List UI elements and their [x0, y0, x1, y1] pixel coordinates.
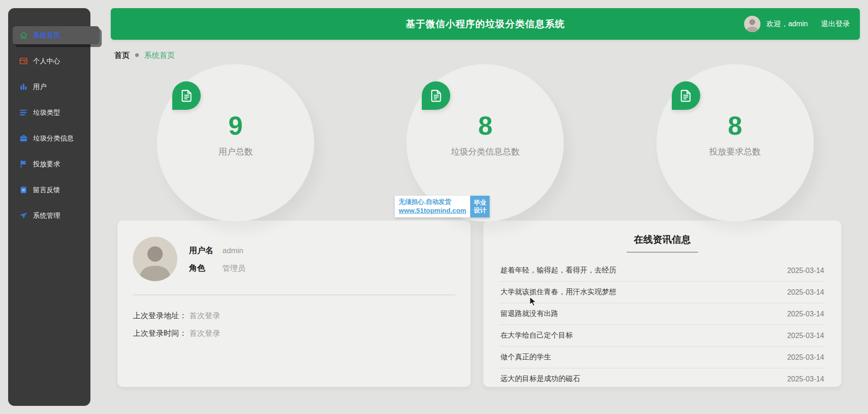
sidebar-item-label: 系统管理 — [33, 212, 60, 220]
paper-plane-icon — [19, 211, 28, 220]
breadcrumb-home[interactable]: 首页 — [114, 50, 130, 61]
sidebar: 系统首页 个人中心 用户 垃圾类型 — [8, 8, 90, 406]
sidebar-item-label: 留言反馈 — [33, 186, 60, 194]
news-item-date: 2025-03-14 — [787, 375, 824, 383]
login-info: 上次登录地址： 首次登录 上次登录时间： 首次登录 — [133, 310, 455, 339]
profile-card: 用户名 admin 角色 管理员 上次登录地址： 首次登录 上次登录时间： — [118, 221, 471, 387]
last-login-time-value: 首次登录 — [189, 328, 220, 339]
last-login-address-row: 上次登录地址： 首次登录 — [133, 310, 455, 321]
watermark-badge-line2: 设计 — [474, 207, 486, 214]
sidebar-item-home[interactable]: 系统首页 — [13, 26, 99, 44]
news-item-text[interactable]: 留退路就没有出路 — [500, 309, 558, 319]
watermark-line1: 无须担心.自动发货 — [399, 198, 466, 206]
news-item-text[interactable]: 在大学给自己定个目标 — [500, 331, 573, 340]
list-icon — [19, 108, 28, 117]
watermark-link[interactable]: www.51topmind.com — [399, 206, 466, 215]
news-list-item[interactable]: 远大的目标是成功的磁石 2025-03-14 — [500, 368, 825, 390]
sidebar-item-label: 垃圾分类信息 — [33, 134, 74, 143]
flag-icon — [19, 160, 28, 169]
profile-identity: 用户名 admin 角色 管理员 — [189, 245, 245, 273]
sidebar-item-label: 个人中心 — [33, 57, 60, 66]
last-login-address-value: 首次登录 — [189, 310, 220, 321]
stat-users: 9 用户总数 — [111, 64, 360, 222]
last-login-address-label: 上次登录地址： — [133, 310, 187, 321]
news-title-wrap: 在线资讯信息 — [500, 233, 825, 253]
username-label: 用户名 — [189, 245, 222, 256]
stat-label: 用户总数 — [218, 146, 253, 158]
sidebar-item-label: 系统首页 — [33, 31, 60, 40]
sidebar-item-users[interactable]: 用户 — [8, 78, 90, 96]
news-list-item[interactable]: 留退路就没有出路 2025-03-14 — [500, 303, 825, 325]
stat-label: 垃圾分类信息总数 — [451, 146, 519, 158]
sidebar-item-profile[interactable]: 个人中心 — [8, 52, 90, 70]
last-login-time-label: 上次登录时间： — [133, 328, 187, 339]
sidebar-item-system-mgmt[interactable]: 系统管理 — [8, 207, 90, 225]
news-item-date: 2025-03-14 — [787, 332, 824, 340]
watermark-banner: 无须担心.自动发货 www.51topmind.com 毕业 设计 — [395, 196, 490, 217]
news-item-date: 2025-03-14 — [787, 267, 824, 275]
news-card-title: 在线资讯信息 — [627, 233, 698, 253]
news-card: 在线资讯信息 趁着年轻，输得起，看得开，去经历 2025-03-14 大学就该抓… — [483, 221, 841, 387]
stat-value: 8 — [709, 112, 761, 140]
role-value: 管理员 — [222, 263, 245, 273]
watermark-badge: 毕业 设计 — [470, 196, 490, 217]
role-label: 角色 — [189, 263, 214, 273]
stat-value: 9 — [218, 112, 253, 140]
news-list: 趁着年轻，输得起，看得开，去经历 2025-03-14 大学就该抓住青春，用汗水… — [500, 260, 825, 390]
username-value: admin — [222, 246, 243, 255]
page: { "app": { "title": "基于微信小程序的垃圾分类信息系统", … — [0, 0, 868, 414]
cards-row: 用户名 admin 角色 管理员 上次登录地址： 首次登录 上次登录时间： — [111, 221, 860, 387]
breadcrumb-separator-dot — [135, 53, 139, 57]
bar-chart-icon — [19, 82, 28, 91]
sidebar-item-disposal-rules[interactable]: 投放要求 — [8, 155, 90, 173]
news-list-item[interactable]: 在大学给自己定个目标 2025-03-14 — [500, 325, 825, 347]
sidebar-item-garbage-types[interactable]: 垃圾类型 — [8, 104, 90, 122]
news-item-text[interactable]: 趁着年轻，输得起，看得开，去经历 — [500, 266, 616, 275]
header-bar: 基于微信小程序的垃圾分类信息系统 欢迎，admin 退出登录 — [111, 8, 860, 40]
profile-divider — [133, 295, 455, 295]
home-icon — [19, 31, 28, 40]
news-item-text[interactable]: 大学就该抓住青春，用汗水实现梦想 — [500, 287, 616, 297]
briefcase-icon — [19, 134, 28, 143]
news-list-item[interactable]: 做个真正的学生 2025-03-14 — [500, 347, 825, 368]
document-badge — [422, 81, 450, 110]
header-avatar[interactable] — [744, 16, 760, 32]
stat-circle-disposal-rules: 8 投放要求总数 — [656, 64, 814, 221]
stat-content: 9 用户总数 — [218, 112, 253, 158]
logout-button[interactable]: 退出登录 — [821, 19, 850, 29]
breadcrumb: 首页 系统首页 — [111, 50, 860, 61]
sidebar-item-garbage-info[interactable]: 垃圾分类信息 — [8, 129, 90, 147]
sidebar-item-feedback[interactable]: 留言反馈 — [8, 181, 90, 199]
news-list-item[interactable]: 大学就该抓住青春，用汗水实现梦想 2025-03-14 — [500, 282, 825, 303]
profile-top: 用户名 admin 角色 管理员 — [133, 237, 455, 281]
news-item-date: 2025-03-14 — [787, 288, 824, 296]
news-item-text[interactable]: 远大的目标是成功的磁石 — [500, 374, 580, 384]
document-badge — [172, 81, 201, 110]
news-item-text[interactable]: 做个真正的学生 — [500, 353, 551, 362]
last-login-time-row: 上次登录时间： 首次登录 — [133, 328, 455, 339]
sidebar-item-label: 投放要求 — [33, 160, 60, 169]
news-list-item[interactable]: 趁着年轻，输得起，看得开，去经历 2025-03-14 — [500, 260, 825, 282]
stat-content: 8 投放要求总数 — [709, 112, 761, 158]
news-item-date: 2025-03-14 — [787, 310, 824, 318]
stat-label: 投放要求总数 — [709, 146, 761, 158]
document-badge — [672, 81, 700, 110]
welcome-text: 欢迎，admin — [766, 19, 808, 29]
username-row: 用户名 admin — [189, 245, 245, 256]
sidebar-item-label: 垃圾类型 — [33, 108, 60, 117]
role-row: 角色 管理员 — [189, 263, 245, 273]
news-item-date: 2025-03-14 — [787, 353, 824, 362]
profile-avatar — [133, 237, 177, 281]
clipboard-icon — [19, 185, 28, 194]
stat-circle-users: 9 用户总数 — [157, 64, 314, 221]
postcard-icon — [19, 56, 28, 66]
header-user-area: 欢迎，admin 退出登录 — [744, 8, 850, 40]
stat-value: 8 — [451, 112, 519, 140]
sidebar-item-label: 用户 — [33, 83, 47, 91]
watermark-badge-line1: 毕业 — [474, 199, 486, 207]
stat-disposal-rules: 8 投放要求总数 — [610, 64, 860, 222]
watermark-text-block: 无须担心.自动发货 www.51topmind.com — [395, 196, 470, 217]
breadcrumb-current: 系统首页 — [144, 50, 175, 61]
stat-content: 8 垃圾分类信息总数 — [451, 112, 519, 158]
